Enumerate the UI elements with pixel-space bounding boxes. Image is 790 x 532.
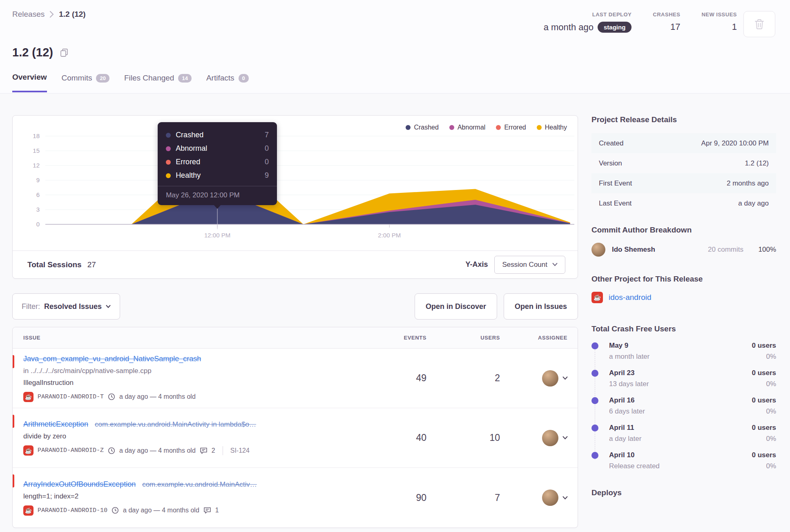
breadcrumb-chevron-icon	[49, 11, 54, 18]
assignee-dropdown[interactable]	[500, 370, 578, 387]
y-axis-selected-value: Session Count	[502, 261, 547, 269]
crashed-series-dot	[166, 133, 171, 138]
crash-free-timeline: May 9a month later 0 users0% April 2313 …	[591, 342, 776, 478]
timeline-entry: May 9a month later 0 users0%	[591, 342, 776, 369]
java-platform-icon: ☕	[23, 392, 33, 402]
issue-title-link[interactable]: ArrayIndexOutOfBoundsException	[23, 480, 136, 489]
issue-title-link[interactable]: Java_com_example_vu_android_NativeSample…	[23, 355, 201, 363]
unresolved-indicator	[13, 355, 14, 368]
stat-value: 1	[732, 22, 737, 32]
detail-row: Version1.2 (12)	[591, 153, 776, 173]
open-in-issues-button[interactable]: Open in Issues	[504, 293, 578, 320]
comments-count: 2	[212, 447, 215, 454]
crash-free-title: Total Crash Free Users	[591, 324, 776, 333]
timeline-dot	[591, 342, 598, 349]
issue-title-link[interactable]: ArithmeticException	[23, 420, 88, 429]
legend-errored[interactable]: Errored	[496, 124, 526, 131]
comments-count: 1	[215, 507, 219, 514]
trash-icon	[754, 18, 765, 30]
issue-message: IllegalInstruction	[23, 379, 369, 387]
commit-author-row: Ido Shemesh 20 commits 100%	[591, 243, 776, 257]
project-slug: PARANOID-ANDROID-Z	[38, 447, 104, 454]
stat-crashes: CRASHES 17	[653, 11, 680, 32]
legend-healthy[interactable]: Healthy	[537, 124, 567, 131]
issue-events-count: 40	[373, 432, 426, 443]
detail-row: First Event2 months ago	[591, 173, 776, 193]
issues-table: ISSUE EVENTS USERS ASSIGNEE Java_com_exa…	[12, 327, 578, 528]
legend-label: Abnormal	[457, 124, 485, 131]
chevron-down-icon	[562, 496, 568, 500]
chevron-down-icon	[552, 263, 558, 266]
tab-overview[interactable]: Overview	[12, 73, 47, 92]
unresolved-indicator	[13, 474, 14, 487]
tooltip-timestamp: May 26, 2020 12:00 PM	[158, 186, 277, 205]
tab-label: Files Changed	[124, 74, 174, 83]
comments-icon	[200, 447, 208, 454]
timeline-entry: April 11a day later 0 users0%	[591, 424, 776, 451]
issue-culprit-link[interactable]: com.example.vu.android.MainActiv…	[142, 481, 257, 489]
legend-label: Crashed	[414, 124, 438, 131]
assignee-dropdown[interactable]	[500, 490, 578, 506]
issue-row: Java_com_example_vu_android_NativeSample…	[13, 349, 578, 408]
column-users: USERS	[426, 335, 500, 341]
total-sessions-value: 27	[87, 260, 96, 269]
sessions-chart-card: Crashed Abnormal Errored Healthy 0369121…	[12, 115, 578, 279]
clock-icon	[112, 507, 119, 514]
stat-new-issues: NEW ISSUES 1	[701, 11, 737, 32]
issue-row: ArithmeticException com.example.vu.andro…	[13, 408, 578, 468]
tab-count-badge: 14	[178, 74, 191, 83]
abnormal-series-dot	[449, 125, 454, 130]
breadcrumb-releases-link[interactable]: Releases	[12, 10, 45, 19]
issue-location: in ../../../../src/main/cpp/native-sampl…	[23, 367, 369, 375]
legend-label: Errored	[504, 124, 526, 131]
environment-badge: staging	[598, 22, 632, 33]
issue-culprit-link[interactable]: com.example.vu.android.MainActivity in l…	[95, 420, 256, 429]
timeline-entry: April 2313 days later 0 users0%	[591, 369, 776, 396]
other-project-link[interactable]: idos-android	[609, 293, 652, 302]
detail-row: Last Eventa day ago	[591, 193, 776, 213]
total-sessions-label: Total Sessions	[27, 260, 82, 269]
legend-crashed[interactable]: Crashed	[406, 124, 438, 131]
issue-events-count: 90	[373, 492, 426, 503]
tab-count-badge: 20	[96, 74, 109, 83]
tab-commits[interactable]: Commits20	[62, 73, 109, 92]
java-platform-icon: ☕	[591, 292, 603, 303]
tab-artifacts[interactable]: Artifacts0	[206, 73, 249, 92]
svg-text:12:00 PM: 12:00 PM	[204, 232, 230, 239]
assignee-avatar	[542, 490, 558, 506]
issue-row: ArrayIndexOutOfBoundsException com.examp…	[13, 468, 578, 528]
tab-label: Commits	[62, 74, 92, 83]
assignee-dropdown[interactable]	[500, 430, 578, 446]
y-axis-label: Y-Axis	[465, 260, 488, 269]
issue-users-count: 10	[426, 432, 500, 443]
assignee-avatar	[542, 430, 558, 446]
detail-row: CreatedApr 9, 2020 10:00 PM	[591, 133, 776, 153]
issues-filter-dropdown[interactable]: Filter: Resolved Issues	[12, 293, 120, 320]
unresolved-indicator	[13, 415, 14, 428]
issues-controls: Filter: Resolved Issues Open in Discover…	[12, 293, 578, 320]
svg-text:15: 15	[33, 147, 40, 154]
y-axis-select[interactable]: Session Count	[494, 256, 565, 274]
chart-legend: Crashed Abnormal Errored Healthy	[406, 124, 567, 131]
breadcrumb: Releases 1.2 (12)	[12, 10, 86, 19]
stat-label: CRASHES	[653, 11, 680, 18]
clock-icon	[108, 447, 115, 454]
open-in-discover-button[interactable]: Open in Discover	[415, 293, 497, 320]
legend-abnormal[interactable]: Abnormal	[449, 124, 485, 131]
timeline-dot	[591, 452, 598, 459]
timeline-dot	[591, 397, 598, 404]
other-project-title: Other Project for This Release	[591, 275, 776, 284]
comments-icon	[203, 507, 211, 514]
copy-version-icon[interactable]	[60, 48, 69, 58]
column-issue: ISSUE	[13, 335, 373, 341]
svg-text:3: 3	[36, 206, 40, 213]
stat-value: 17	[670, 22, 680, 32]
sessions-area-chart[interactable]: 036912151812:00 PM2:00 PM	[25, 131, 574, 241]
tab-files-changed[interactable]: Files Changed14	[124, 73, 192, 92]
project-slug: PARANOID-ANDROID-10	[38, 507, 107, 514]
issue-age: a day ago — 4 months old	[119, 393, 196, 400]
author-name: Ido Shemesh	[612, 246, 655, 254]
delete-release-button[interactable]	[743, 11, 775, 37]
svg-text:6: 6	[36, 191, 40, 198]
crashed-series-dot	[406, 125, 411, 130]
